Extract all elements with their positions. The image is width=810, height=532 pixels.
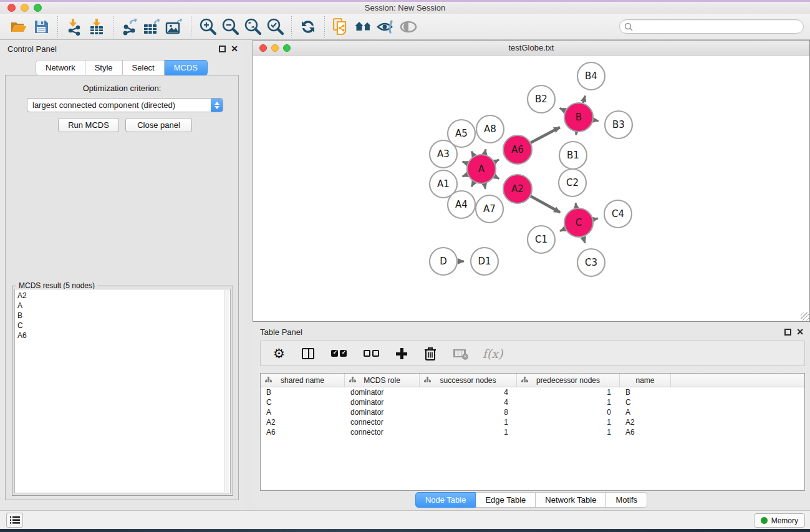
graph-edge[interactable]	[576, 203, 576, 208]
table-cell[interactable]: A6	[620, 427, 671, 437]
close-panel-icon[interactable]: ✕	[796, 327, 804, 337]
graph-node[interactable]: C	[564, 208, 593, 237]
memory-button[interactable]: Memory	[754, 513, 805, 528]
table-cell[interactable]: 1	[420, 427, 517, 437]
deselect-all-button[interactable]	[364, 350, 379, 357]
graph-edge[interactable]	[560, 108, 566, 110]
graph-node[interactable]: C4	[604, 200, 632, 228]
graph-edge[interactable]	[485, 149, 486, 154]
graph-node[interactable]: A4	[448, 191, 475, 218]
table-row[interactable]: B dominator 4 1 B	[261, 387, 804, 397]
graph-edge[interactable]	[531, 196, 560, 213]
graph-edge[interactable]	[494, 160, 499, 162]
zoom-selected-button[interactable]	[264, 16, 286, 38]
graph-node[interactable]: B1	[559, 142, 587, 169]
network-canvas[interactable]: AA1A2A3A4A5A6A7A8BB1B2B3B4CC1C2C3C4DD1	[253, 56, 809, 321]
table-cell[interactable]: dominator	[345, 397, 420, 407]
create-column-button[interactable]	[396, 348, 407, 359]
search-field[interactable]	[619, 19, 804, 34]
table-cell[interactable]: 1	[517, 397, 620, 407]
tab-motifs[interactable]: Motifs	[606, 492, 647, 508]
float-panel-icon[interactable]	[784, 329, 791, 336]
table-settings-button[interactable]: ⚙	[273, 347, 285, 360]
import-table-button[interactable]	[85, 16, 108, 38]
graph-node[interactable]: B	[564, 103, 593, 132]
delete-table-button[interactable]	[453, 349, 466, 357]
import-network-button[interactable]	[63, 16, 85, 38]
list-item[interactable]: C	[17, 321, 230, 331]
table-row[interactable]: A2 connector 1 1 A2	[261, 417, 804, 427]
task-history-button[interactable]	[6, 513, 23, 528]
float-panel-icon[interactable]	[219, 46, 226, 52]
column-header-successor-nodes[interactable]: successor nodes	[420, 374, 517, 387]
column-header-mcds-role[interactable]: MCDS role	[345, 374, 420, 387]
graph-edge[interactable]	[583, 237, 585, 243]
tab-network-table[interactable]: Network Table	[536, 492, 606, 508]
table-cell[interactable]: 1	[420, 417, 517, 427]
delete-column-button[interactable]	[424, 346, 436, 361]
graph-node[interactable]: A2	[503, 175, 532, 203]
graph-node[interactable]: A	[467, 155, 496, 183]
table-cell[interactable]: dominator	[345, 407, 420, 417]
list-item[interactable]: A	[17, 301, 230, 311]
network-window-titlebar[interactable]: testGlobe.txt	[253, 41, 809, 56]
apply-layout-button[interactable]	[297, 16, 319, 38]
table-cell[interactable]: connector	[345, 427, 420, 437]
graph-node[interactable]: D	[430, 248, 457, 275]
table-cell[interactable]: B	[261, 387, 345, 397]
table-cell[interactable]: A2	[620, 417, 671, 427]
table-cell[interactable]: connector	[345, 417, 420, 427]
mcds-result-list[interactable]: A2 A B C A6	[14, 289, 231, 493]
function-builder-button[interactable]: f(x)	[483, 347, 503, 360]
close-panel-icon[interactable]: ✕	[231, 44, 238, 54]
window-resize-grip[interactable]	[801, 312, 809, 321]
table-cell[interactable]: 1	[517, 387, 620, 397]
export-table-button[interactable]	[141, 16, 163, 38]
export-image-button[interactable]	[163, 16, 186, 38]
graph-edge[interactable]	[471, 182, 474, 186]
graph-node[interactable]: C3	[577, 249, 605, 276]
table-cell[interactable]: A2	[261, 417, 345, 427]
column-header-name[interactable]: name	[620, 374, 671, 387]
graph-node[interactable]: A7	[476, 195, 503, 223]
tab-edge-table[interactable]: Edge Table	[476, 492, 536, 508]
graph-edge[interactable]	[463, 162, 468, 163]
graph-node[interactable]: A5	[448, 120, 475, 147]
graph-edge[interactable]	[583, 96, 585, 103]
select-all-button[interactable]	[331, 350, 347, 357]
table-row[interactable]: A6 connector 1 1 A6	[261, 427, 804, 437]
tab-network[interactable]: Network	[36, 60, 85, 75]
zoom-out-button[interactable]	[219, 16, 241, 38]
graph-edge[interactable]	[485, 184, 486, 189]
table-cell[interactable]: 1	[517, 427, 620, 437]
save-session-button[interactable]	[30, 16, 52, 38]
list-scrollbar[interactable]	[224, 290, 229, 492]
column-header-shared-name[interactable]: shared name	[261, 374, 345, 387]
hide-labels-button[interactable]	[375, 16, 397, 38]
export-network-button[interactable]	[118, 16, 141, 38]
show-all-networks-button[interactable]	[352, 16, 375, 38]
graph-node[interactable]: C1	[528, 226, 555, 253]
graph-node[interactable]: A8	[476, 115, 504, 143]
show-columns-button[interactable]	[302, 348, 314, 359]
open-session-button[interactable]	[7, 16, 30, 38]
run-mcds-button[interactable]: Run MCDS	[58, 118, 119, 132]
tab-node-table[interactable]: Node Table	[415, 492, 476, 508]
table-cell[interactable]: A6	[261, 427, 345, 437]
graph-edge[interactable]	[531, 127, 560, 143]
graph-edge[interactable]	[463, 175, 468, 177]
table-cell[interactable]: C	[620, 397, 671, 407]
tab-style[interactable]: Style	[85, 60, 123, 75]
graph-edge[interactable]	[576, 132, 577, 135]
graph-edge[interactable]	[594, 120, 599, 120]
birdseye-view-button[interactable]	[397, 16, 420, 38]
zoom-fit-button[interactable]	[241, 16, 264, 38]
table-cell[interactable]: 1	[517, 417, 620, 427]
table-cell[interactable]: 4	[420, 387, 517, 397]
table-cell[interactable]: 0	[517, 407, 620, 417]
tab-mcds[interactable]: MCDS	[165, 60, 208, 75]
network-from-selection-button[interactable]	[330, 16, 352, 38]
table-row[interactable]: A dominator 8 0 A	[261, 407, 804, 417]
graph-node[interactable]: B2	[528, 85, 555, 113]
graph-node[interactable]: B4	[577, 62, 605, 90]
